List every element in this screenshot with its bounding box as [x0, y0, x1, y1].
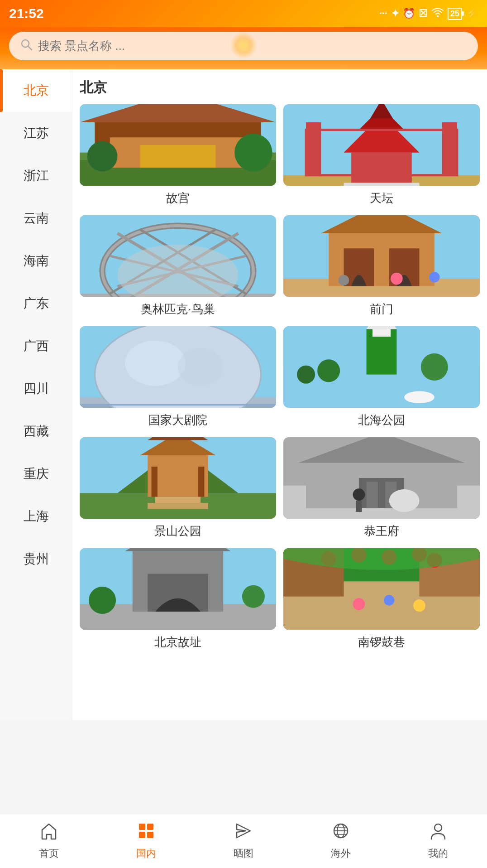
section-title: 北京	[80, 78, 480, 97]
attraction-item-jingshan[interactable]: 景山公园	[80, 437, 276, 541]
attraction-item-dajiuyuan[interactable]: 国家大剧院	[80, 326, 276, 430]
nav-item-share[interactable]: 晒图	[195, 822, 292, 860]
svg-point-98	[353, 598, 365, 610]
svg-line-2	[28, 46, 32, 50]
svg-point-49	[125, 341, 186, 386]
attraction-image-qianmen	[283, 215, 480, 297]
svg-point-58	[404, 391, 434, 403]
svg-rect-18	[344, 183, 420, 186]
bottom-nav: 首页 国内 晒图	[0, 814, 487, 868]
home-icon	[40, 822, 58, 844]
nav-label-mine: 我的	[428, 847, 448, 860]
attraction-image-jingshan	[80, 437, 276, 519]
attraction-image-bottom1	[80, 548, 276, 630]
attraction-name-tiantan: 天坛	[283, 190, 480, 206]
svg-point-10	[87, 141, 118, 172]
sidebar-item-jiangsu[interactable]: 江苏	[0, 112, 72, 154]
close-icon: ☒	[419, 8, 428, 19]
attraction-name-jingshan: 景山公园	[80, 523, 276, 539]
attraction-image-tiantan	[283, 104, 480, 186]
svg-rect-103	[139, 832, 145, 838]
nav-label-overseas: 海外	[331, 847, 351, 860]
svg-point-11	[234, 134, 272, 171]
attraction-image-dajiuyuan	[80, 326, 276, 408]
svg-rect-70	[155, 497, 201, 503]
search-input[interactable]	[38, 39, 467, 53]
svg-rect-81	[356, 501, 362, 512]
status-icons: ··· ✦ ⏰ ☒ 25 ⚡	[379, 7, 478, 20]
svg-rect-71	[148, 503, 208, 509]
attraction-item-bottom1[interactable]: 北京故址	[80, 548, 276, 652]
main-layout: 北京 江苏 浙江 云南 海南 广东 广西 四川 西藏 重庆 上海 贵州 北京	[0, 69, 487, 720]
attraction-item-bottom2[interactable]: 南锣鼓巷	[283, 548, 480, 652]
svg-rect-101	[139, 824, 145, 830]
battery-icon: 25	[448, 8, 462, 20]
svg-rect-102	[147, 824, 153, 830]
grid-icon	[137, 822, 155, 844]
svg-point-43	[339, 275, 349, 285]
sidebar-item-hainan[interactable]: 海南	[0, 240, 72, 282]
alarm-icon: ⏰	[403, 8, 415, 19]
nav-label-share: 晒图	[234, 847, 253, 860]
sidebar: 北京 江苏 浙江 云南 海南 广东 广西 四川 西藏 重庆 上海 贵州	[0, 69, 72, 720]
svg-rect-68	[152, 467, 158, 497]
attraction-image-bottom2	[283, 548, 480, 630]
svg-point-41	[391, 273, 403, 285]
nav-item-overseas[interactable]: 海外	[292, 822, 390, 860]
status-time: 21:52	[9, 6, 44, 21]
sidebar-item-sichuan[interactable]: 四川	[0, 367, 72, 410]
svg-point-60	[421, 353, 448, 381]
attraction-item-tiantan[interactable]: 天坛	[283, 104, 480, 208]
sidebar-item-shanghai[interactable]: 上海	[0, 495, 72, 538]
sidebar-item-chongqing[interactable]: 重庆	[0, 453, 72, 495]
search-bar[interactable]	[9, 32, 478, 60]
svg-marker-67	[148, 437, 208, 440]
svg-rect-69	[198, 467, 204, 497]
svg-point-100	[413, 599, 425, 612]
sidebar-item-guangxi[interactable]: 广西	[0, 325, 72, 367]
search-icon	[20, 38, 33, 54]
svg-marker-56	[367, 326, 397, 329]
svg-point-61	[297, 366, 315, 384]
attractions-grid: 故宫	[80, 104, 480, 652]
attraction-name-gugong: 故宫	[80, 190, 276, 206]
nav-item-domestic[interactable]: 国内	[97, 822, 195, 860]
attraction-item-gongwangfu[interactable]: 恭王府	[283, 437, 480, 541]
svg-point-59	[317, 359, 340, 382]
svg-point-79	[389, 489, 420, 512]
header	[0, 27, 487, 69]
sidebar-item-zhejiang[interactable]: 浙江	[0, 154, 72, 197]
bluetooth-icon: ✦	[391, 8, 399, 19]
attraction-name-beihai: 北海公园	[283, 412, 480, 428]
svg-rect-22	[306, 122, 321, 175]
attraction-item-qianmen[interactable]: 前门	[283, 215, 480, 319]
sidebar-item-beijing[interactable]: 北京	[0, 69, 72, 112]
svg-point-0	[437, 15, 439, 17]
attraction-name-niaochao: 奥林匹克·鸟巢	[80, 301, 276, 317]
attraction-name-bottom2: 南锣鼓巷	[283, 634, 480, 650]
nav-label-domestic: 国内	[136, 847, 156, 860]
sidebar-item-xizang[interactable]: 西藏	[0, 410, 72, 453]
wifi-icon	[431, 7, 444, 20]
signal-icon: ···	[379, 8, 387, 19]
nav-item-mine[interactable]: 我的	[390, 822, 487, 860]
attraction-item-gugong[interactable]: 故宫	[80, 104, 276, 208]
svg-point-111	[434, 824, 442, 831]
svg-rect-104	[147, 832, 153, 838]
sidebar-item-yunnan[interactable]: 云南	[0, 197, 72, 240]
sidebar-item-guizhou[interactable]: 贵州	[0, 538, 72, 580]
svg-rect-9	[140, 145, 216, 168]
attraction-name-qianmen: 前门	[283, 301, 480, 317]
attraction-item-beihai[interactable]: 北海公园	[283, 326, 480, 430]
svg-marker-85	[125, 548, 231, 551]
attraction-name-gongwangfu: 恭王府	[283, 523, 480, 539]
svg-point-88	[242, 585, 265, 608]
attraction-image-beihai	[283, 326, 480, 408]
svg-point-42	[429, 272, 439, 282]
sidebar-item-guangdong[interactable]: 广东	[0, 282, 72, 325]
send-icon	[234, 822, 253, 844]
nav-item-home[interactable]: 首页	[0, 822, 97, 860]
attraction-image-gugong	[80, 104, 276, 186]
attraction-name-bottom1: 北京故址	[80, 634, 276, 650]
attraction-item-niaochao[interactable]: 奥林匹克·鸟巢	[80, 215, 276, 319]
